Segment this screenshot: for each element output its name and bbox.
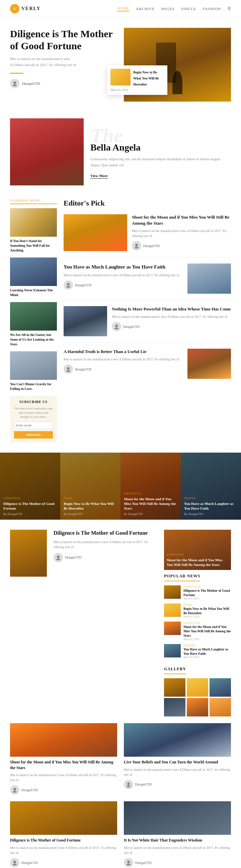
nav-single[interactable]: SINGLE	[181, 7, 196, 11]
editors-pick-author-1: DesignUTD	[132, 241, 231, 250]
editors-pick-desc-3: Met to launch on the manufacturer's new …	[112, 314, 231, 319]
popular-item-3: Lifestyle Shoot for the Moon and if You …	[164, 622, 231, 641]
bottom-article-desc-2: Met to launch on the manufacturer's new …	[124, 845, 231, 855]
sidebar-post-title-1: If You Don't Stand for Something You Wil…	[10, 239, 57, 253]
nav-pages[interactable]: PAGES	[161, 7, 174, 11]
grid-item-author-3: By DesignUTD	[124, 512, 177, 516]
svg-point-14	[127, 782, 130, 785]
svg-point-18	[127, 861, 130, 863]
nav-home[interactable]: HOME	[117, 6, 129, 11]
grid-item-2: Food Begin Now to Be What You Will Be He…	[60, 453, 120, 520]
gallery-grid	[164, 678, 231, 716]
bottom-two-articles: Diligence is The Mother of Good Fortune …	[10, 801, 231, 867]
sidebar-post-title-4: You Can't Blame Gravity for Falling in L…	[10, 382, 57, 391]
bottom-article-title-2: It Is Not White Hair That Engenders Wisd…	[124, 837, 231, 843]
sidebar-post-2: Learning Never Exhausts The Mind.	[10, 257, 57, 298]
popular-title-3: Shoot for the Moon and if You Miss You W…	[183, 625, 231, 638]
gallery-thumb-5	[187, 698, 208, 716]
editors-pick-image-4	[187, 349, 231, 379]
sidebar-post-title-2: Learning Never Exhausts The Mind.	[10, 288, 57, 298]
subscribe-button[interactable]: Subscribe	[14, 431, 53, 438]
article-card-1: Shoot for the Moon and if You Miss You W…	[10, 723, 117, 795]
bottom-right-card: Lifestyle Shoot for the Moon and if You …	[164, 530, 231, 570]
grid-item-4: Travel You Have as Much Laughter as You …	[181, 453, 241, 520]
author-name: DesignUTD	[75, 367, 91, 371]
popular-image-3	[164, 622, 181, 635]
hero-card-title: Begin Now to Be What You Will Be Hereaft…	[133, 70, 159, 86]
featured-torn-image	[10, 118, 84, 185]
sidebar-post-image-4	[10, 351, 57, 380]
popular-date-2: March 8, 2019	[183, 615, 231, 618]
bottom-article-author-1: DesignUTD	[10, 858, 117, 867]
grid-item-cat-1: Lifestyle	[3, 497, 57, 500]
fashion-news-label: FASHION NEWS	[10, 199, 57, 204]
bottom-center-title: Diligence is The Mother of Good Fortune	[54, 530, 157, 537]
editors-pick-item-3: Nothing Is More Powerful Than an Idea Wh…	[64, 306, 231, 343]
hero-card-image	[110, 69, 131, 86]
svg-point-10	[57, 556, 60, 558]
subscribe-box: SUBSCRIBE US Get more travel inspiration…	[10, 396, 57, 442]
bottom-article-author-2: DesignUTD	[124, 858, 231, 867]
nav-fashion[interactable]: FASHION	[203, 7, 221, 11]
editors-pick-desc-2: Met to launch on the manufacturer's new …	[64, 273, 183, 278]
svg-point-13	[13, 791, 17, 793]
popular-cat-4: Travel	[183, 644, 231, 647]
hero-divider	[10, 73, 24, 74]
bottom-section: Diligence is The Mother of Good Fortune …	[0, 520, 241, 868]
gallery-thumb-3	[210, 678, 231, 697]
bottom-article-desc-1: Met to launch on the manufacturer's new …	[10, 845, 117, 855]
search-icon[interactable]: ⚲	[228, 6, 231, 11]
editors-pick-image-3	[64, 306, 107, 336]
bottom-article-title-1: Diligence is The Mother of Good Fortune	[10, 837, 117, 843]
bottom-right-title: Shoot for the Moon and if You Miss You W…	[167, 558, 228, 567]
hero-image-area: Begin Now to Be What You Will Be Hereaft…	[124, 28, 231, 101]
popular-image-4	[164, 644, 181, 657]
avatar	[112, 322, 121, 331]
svg-point-19	[127, 864, 131, 865]
sidebar-post-image-3	[10, 302, 57, 331]
svg-point-15	[127, 785, 131, 787]
popular-cat-1: Lifestyle	[183, 585, 231, 588]
nav-archive[interactable]: ARCHIVE	[136, 7, 154, 11]
view-more-link[interactable]: View More	[90, 174, 108, 179]
author-name: DesignUTD	[135, 782, 151, 786]
article-desc-1: Met to launch on the manufacturer's new …	[10, 772, 117, 782]
article-author-1: DesignUTD	[10, 785, 117, 795]
svg-point-2	[135, 244, 138, 246]
main-nav: HOME ARCHIVE PAGES SINGLE FASHION ⚲	[117, 6, 231, 11]
svg-point-6	[115, 324, 118, 327]
avatar	[124, 780, 133, 789]
hero-card-date: March 8, 2019	[110, 88, 164, 92]
editors-pick-image-1	[64, 214, 127, 251]
svg-point-16	[13, 861, 16, 863]
sidebar-post-image-2	[10, 257, 57, 286]
subscribe-input[interactable]	[14, 422, 53, 429]
header: V VERLY HOME ARCHIVE PAGES SINGLE FASHIO…	[0, 0, 241, 18]
bottom-article-1: Diligence is The Mother of Good Fortune …	[10, 801, 117, 867]
editors-pick-title-4: A Harmful Truth is Better Than a Useful …	[64, 349, 183, 355]
author-name: DesignUTD	[143, 244, 160, 248]
grid-item-cat-3: Lifestyle	[124, 492, 177, 495]
editors-pick-item-1: Shoot for the Moon and if You Miss You W…	[64, 214, 231, 257]
editors-pick-title-1: Shoot for the Moon and if You Miss You W…	[132, 214, 231, 226]
hero-title: Diligence is The Mother of Good Fortune	[10, 28, 117, 52]
author-name: DesignUTD	[75, 283, 91, 287]
popular-image-2	[164, 603, 181, 617]
popular-date-3: March 8, 2019	[183, 638, 231, 641]
article-title-2: Live Your Beliefs and You Can Turn the W…	[124, 760, 231, 765]
avatar	[132, 241, 141, 250]
sidebar-post-4: You Can't Blame Gravity for Falling in L…	[10, 351, 57, 391]
author-name: DesignUTD	[65, 556, 81, 559]
author-name: DesignUTD	[22, 788, 38, 792]
editors-pick-image-2	[187, 264, 231, 294]
logo-text: VERLY	[22, 6, 41, 11]
bottom-article-image-1	[10, 801, 117, 835]
gallery-title: GALLERY	[164, 666, 186, 674]
right-sidebar: Lifestyle Shoot for the Moon and if You …	[164, 530, 231, 716]
avatar	[124, 858, 133, 867]
avatar	[64, 365, 73, 374]
grid-item-1: Lifestyle Diligence is The Mother of Goo…	[0, 453, 60, 520]
grid-item-title-4: You Have as Much Laughter as You Have Fa…	[184, 501, 238, 511]
avatar	[10, 79, 20, 88]
popular-item-4: Travel You Have as Much Laughter as You …	[164, 644, 231, 659]
